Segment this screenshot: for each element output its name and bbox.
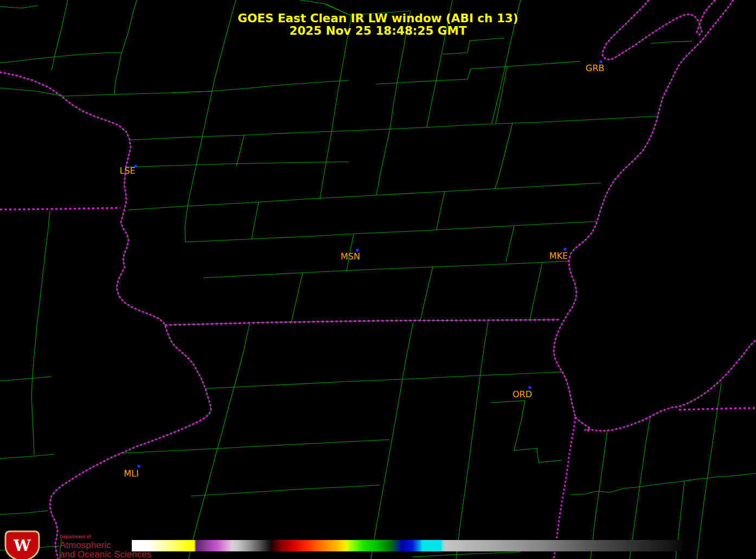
uw-crest-icon: W: [5, 531, 39, 559]
station-dot-ORD: [529, 386, 531, 389]
logo-line2-text: and Oceanic Sciences: [60, 549, 151, 559]
station-MSN: MSN: [341, 249, 360, 262]
station-label-ORD: ORD: [512, 389, 532, 399]
temperature-colorbar: [132, 540, 688, 551]
image-title: GOES East Clean IR LW window (ABI ch 13): [238, 11, 518, 25]
satellite-map-canvas: LSEGRBMSNMKEORDMLI GOES East Clean IR LW…: [0, 0, 756, 559]
goes-satellite-image: LSEGRBMSNMKEORDMLI GOES East Clean IR LW…: [0, 0, 756, 559]
station-label-GRB: GRB: [586, 63, 605, 73]
station-label-MLI: MLI: [124, 468, 138, 479]
station-label-MSN: MSN: [341, 251, 360, 262]
station-GRB: GRB: [586, 61, 605, 74]
image-timestamp: 2025 Nov 25 18:48:25 GMT: [289, 24, 466, 37]
station-dot-MKE: [564, 248, 567, 251]
logo-dept-text: Department of: [60, 534, 91, 539]
station-LSE: LSE: [119, 165, 137, 176]
crest-letter: W: [13, 537, 31, 555]
station-label-LSE: LSE: [119, 166, 135, 176]
station-dot-MLI: [138, 465, 140, 468]
station-label-MKE: MKE: [549, 251, 568, 261]
